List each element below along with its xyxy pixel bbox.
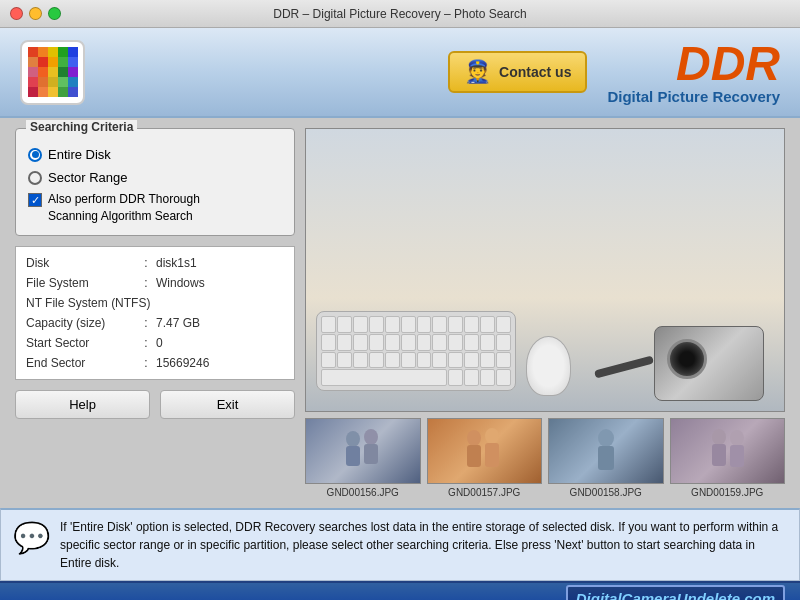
search-criteria-box: Searching Criteria Entire Disk Sector Ra… <box>15 128 295 236</box>
svg-point-6 <box>485 428 499 444</box>
branding: DDR Digital Picture Recovery <box>607 40 780 105</box>
sector-range-option[interactable]: Sector Range <box>28 170 282 185</box>
thumbnail-2: GND00157.JPG <box>427 418 543 498</box>
header: 👮 Contact us DDR Digital Picture Recover… <box>0 28 800 118</box>
logo-mosaic <box>28 47 78 97</box>
end-sector-value: 15669246 <box>156 356 209 370</box>
table-row: End Sector : 15669246 <box>26 353 284 373</box>
capacity-value: 7.47 GB <box>156 316 200 330</box>
agent-icon: 👮 <box>464 59 491 85</box>
table-row: NT File System (NTFS) <box>26 293 284 313</box>
svg-rect-3 <box>364 444 378 464</box>
filesystem-key: File System <box>26 276 136 290</box>
table-row: Start Sector : 0 <box>26 333 284 353</box>
thumb-img-2 <box>427 418 543 484</box>
app-logo <box>20 40 85 105</box>
camera-decoration <box>654 326 764 401</box>
camera-lens <box>667 339 707 379</box>
start-sector-colon: : <box>136 336 156 350</box>
thumb-svg-1 <box>333 424 393 479</box>
info-bar: 💬 If 'Entire Disk' option is selected, D… <box>0 508 800 581</box>
contact-button-label: Contact us <box>499 64 571 80</box>
end-sector-key: End Sector <box>26 356 136 370</box>
entire-disk-radio[interactable] <box>28 148 42 162</box>
capacity-colon: : <box>136 316 156 330</box>
svg-rect-13 <box>730 445 744 467</box>
thumbnail-3: GND00158.JPG <box>548 418 664 498</box>
info-text: If 'Entire Disk' option is selected, DDR… <box>60 518 787 572</box>
main-photo <box>305 128 785 412</box>
table-row: Capacity (size) : 7.47 GB <box>26 313 284 333</box>
thumb-label-3: GND00158.JPG <box>548 487 664 498</box>
sector-range-label: Sector Range <box>48 170 128 185</box>
contact-button[interactable]: 👮 Contact us <box>448 51 587 93</box>
footer-brand-text: DigitalCameraUndelete.com <box>576 590 775 601</box>
checkmark-icon: ✓ <box>31 195 40 206</box>
filesystem-value: Windows <box>156 276 205 290</box>
ntfs-label: NT File System (NTFS) <box>26 296 266 310</box>
entire-disk-label: Entire Disk <box>48 147 111 162</box>
footer-brand: DigitalCameraUndelete.com <box>566 585 785 601</box>
disk-info-table: Disk : disk1s1 File System : Windows NT … <box>15 246 295 380</box>
ddr-title: DDR <box>607 40 780 88</box>
svg-point-2 <box>364 429 378 445</box>
mouse-decoration <box>526 336 571 396</box>
right-panel: GND00156.JPG GND00157.JPG <box>305 128 785 498</box>
start-sector-key: Start Sector <box>26 336 136 350</box>
contact-btn-wrap: 👮 Contact us <box>448 51 587 93</box>
thumb-img-1 <box>305 418 421 484</box>
svg-point-12 <box>730 430 744 446</box>
svg-rect-11 <box>712 444 726 466</box>
svg-point-8 <box>598 429 614 447</box>
sector-range-radio[interactable] <box>28 171 42 185</box>
thorough-scan-option[interactable]: ✓ Also perform DDR ThoroughScanning Algo… <box>28 191 282 225</box>
svg-point-0 <box>346 431 360 447</box>
exit-button[interactable]: Exit <box>160 390 295 419</box>
table-row: File System : Windows <box>26 273 284 293</box>
thumbnail-row: GND00156.JPG GND00157.JPG <box>305 418 785 498</box>
entire-disk-option[interactable]: Entire Disk <box>28 147 282 162</box>
minimize-button[interactable] <box>29 7 42 20</box>
titlebar: DDR – Digital Picture Recovery – Photo S… <box>0 0 800 28</box>
thorough-scan-checkbox[interactable]: ✓ <box>28 193 42 207</box>
svg-rect-5 <box>467 445 481 467</box>
window-title: DDR – Digital Picture Recovery – Photo S… <box>273 7 526 21</box>
disk-colon: : <box>136 256 156 270</box>
maximize-button[interactable] <box>48 7 61 20</box>
svg-rect-7 <box>485 443 499 467</box>
search-criteria-title: Searching Criteria <box>26 120 137 134</box>
disk-key: Disk <box>26 256 136 270</box>
info-icon: 💬 <box>13 520 50 555</box>
thorough-scan-label: Also perform DDR ThoroughScanning Algori… <box>48 191 200 225</box>
svg-rect-9 <box>598 446 614 470</box>
left-panel: Searching Criteria Entire Disk Sector Ra… <box>15 128 295 498</box>
keyboard-decoration <box>316 311 516 391</box>
thumb-img-4 <box>670 418 786 484</box>
capacity-key: Capacity (size) <box>26 316 136 330</box>
close-button[interactable] <box>10 7 23 20</box>
help-button[interactable]: Help <box>15 390 150 419</box>
svg-rect-1 <box>346 446 360 466</box>
thumb-label-2: GND00157.JPG <box>427 487 543 498</box>
thumb-label-4: GND00159.JPG <box>670 487 786 498</box>
thumbnail-1: GND00156.JPG <box>305 418 421 498</box>
thumb-svg-4 <box>697 424 757 479</box>
action-buttons: Help Exit <box>15 390 295 419</box>
photo-scene <box>306 129 784 411</box>
thumb-label-1: GND00156.JPG <box>305 487 421 498</box>
thumb-svg-2 <box>454 424 514 479</box>
cable-decoration <box>594 355 654 378</box>
footer: DigitalCameraUndelete.com <box>0 581 800 600</box>
filesystem-colon: : <box>136 276 156 290</box>
thumbnail-4: GND00159.JPG <box>670 418 786 498</box>
end-sector-colon: : <box>136 356 156 370</box>
ddr-subtitle: Digital Picture Recovery <box>607 88 780 105</box>
svg-point-10 <box>712 429 726 445</box>
table-row: Disk : disk1s1 <box>26 253 284 273</box>
start-sector-value: 0 <box>156 336 163 350</box>
titlebar-buttons <box>10 7 61 20</box>
main-content: Searching Criteria Entire Disk Sector Ra… <box>0 118 800 508</box>
thumb-svg-3 <box>576 424 636 479</box>
svg-point-4 <box>467 430 481 446</box>
thumb-img-3 <box>548 418 664 484</box>
